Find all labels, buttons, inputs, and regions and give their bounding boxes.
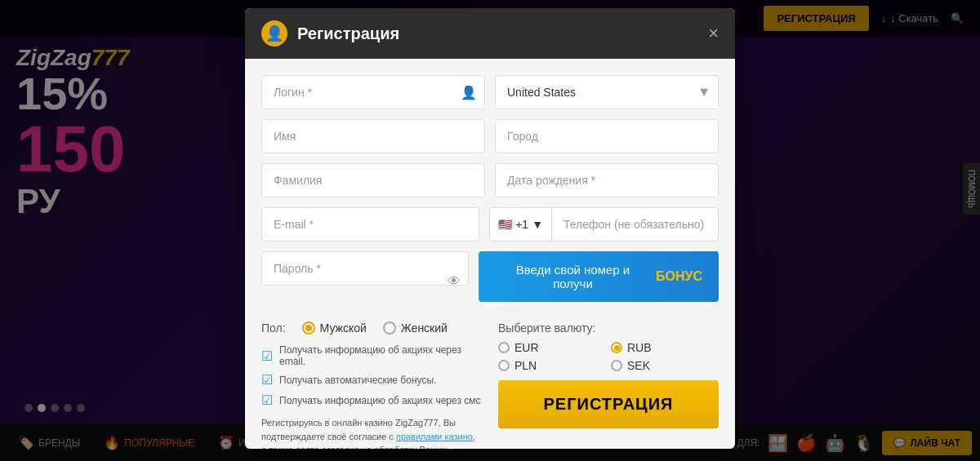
gender-male-option[interactable]: Мужской [302, 321, 367, 335]
gender-female-option[interactable]: Женский [383, 321, 448, 335]
bonus-banner: Введи свой номер и получи БОНУС [479, 251, 719, 302]
city-input[interactable] [495, 119, 719, 153]
currency-label: Выберите валюту: [498, 321, 719, 335]
checkbox-group: ☑ Получать информацию об акциях через em… [261, 344, 482, 408]
terms-link[interactable]: правилами казино [396, 432, 473, 441]
currency-eur-option[interactable]: EUR [498, 341, 606, 354]
registration-modal: 👤 Регистрация × 👤 United States Russia G… [245, 8, 735, 449]
flag-icon: 🇺🇸 [498, 218, 512, 231]
terms-text: Регистрируясь в онлайн казино ZigZag777,… [261, 416, 482, 449]
row-email-phone: 🇺🇸 +1 ▼ [261, 207, 719, 242]
female-radio[interactable] [383, 321, 396, 335]
checkbox-checked-icon-2: ☑ [261, 372, 273, 388]
left-section: Пол: Мужской Женский ☑ Пол [261, 321, 482, 449]
prefix-arrow-icon: ▼ [532, 218, 543, 231]
email-input[interactable] [261, 207, 479, 242]
eur-radio[interactable] [498, 342, 510, 353]
user-icon: 👤 [261, 20, 287, 47]
row-login-country: 👤 United States Russia Germany ▼ [261, 75, 719, 109]
modal-overlay: 👤 Регистрация × 👤 United States Russia G… [0, 0, 980, 461]
bonus-highlight-text: БОНУС [656, 269, 702, 284]
city-field-group [495, 119, 719, 153]
country-select-group: United States Russia Germany ▼ [495, 75, 719, 109]
gender-row: Пол: Мужской Женский [261, 321, 482, 335]
checkbox-sms-promo[interactable]: ☑ Получать информацию об акциях через см… [261, 392, 482, 408]
checkbox-checked-icon-3: ☑ [261, 392, 273, 408]
firstname-field-group [261, 119, 485, 153]
currency-grid: EUR RUB PLN [498, 341, 719, 372]
phone-input[interactable] [551, 207, 719, 242]
row-lastname-birthdate [261, 163, 719, 197]
login-input[interactable] [261, 75, 485, 109]
row-name-city [261, 119, 719, 153]
right-section: Выберите валюту: EUR RUB [498, 321, 719, 428]
sek-radio[interactable] [611, 360, 622, 371]
bottom-form-section: Пол: Мужской Женский ☑ Пол [261, 321, 719, 449]
modal-body: 👤 United States Russia Germany ▼ [245, 59, 735, 449]
checkbox-auto-bonus[interactable]: ☑ Получать автоматические бонусы. [261, 372, 482, 388]
user-field-icon: 👤 [461, 85, 477, 100]
modal-title: Регистрация [297, 24, 399, 43]
currency-pln-option[interactable]: PLN [498, 359, 606, 372]
firstname-input[interactable] [261, 119, 485, 153]
phone-field-group: 🇺🇸 +1 ▼ [489, 207, 719, 242]
password-field-group: 👁 [261, 251, 469, 312]
modal-header: 👤 Регистрация × [245, 8, 735, 59]
eye-icon[interactable]: 👁 [448, 274, 461, 289]
birthdate-input[interactable] [495, 163, 719, 197]
pln-radio[interactable] [498, 360, 510, 371]
lastname-input[interactable] [261, 163, 485, 197]
password-input[interactable] [261, 251, 469, 286]
login-field-group: 👤 [261, 75, 485, 109]
birthdate-field-group [495, 163, 719, 197]
modal-close-button[interactable]: × [708, 24, 719, 42]
currency-sek-option[interactable]: SEK [611, 359, 719, 372]
country-select[interactable]: United States Russia Germany [495, 75, 719, 109]
checkbox-checked-icon-1: ☑ [261, 348, 273, 364]
rub-radio[interactable] [611, 342, 622, 353]
lastname-field-group [261, 163, 485, 197]
phone-country-code: +1 [515, 218, 528, 231]
email-field-group [261, 207, 479, 242]
phone-prefix-selector[interactable]: 🇺🇸 +1 ▼ [489, 207, 551, 242]
register-button[interactable]: РЕГИСТРАЦИЯ [498, 380, 719, 428]
checkbox-email-promo[interactable]: ☑ Получать информацию об акциях через em… [261, 344, 482, 367]
row-password-bonus: 👁 Введи свой номер и получи БОНУС [261, 251, 719, 312]
gender-label: Пол: [261, 321, 286, 335]
currency-rub-option[interactable]: RUB [611, 341, 719, 354]
male-radio[interactable] [302, 321, 315, 335]
